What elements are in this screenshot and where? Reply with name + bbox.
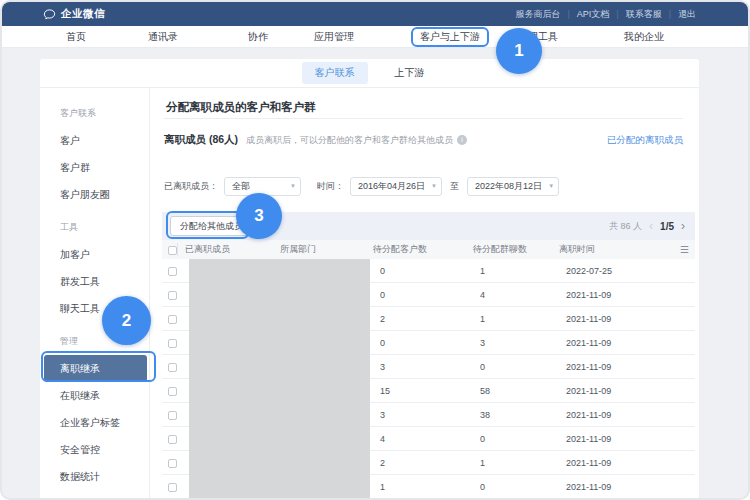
sidebar-item-customer-moments[interactable]: 客户朋友圈	[40, 181, 149, 208]
groups-count-cell: 0	[480, 362, 566, 372]
table-body: 0 1 2022-07-25 0 4 2021-11-09	[162, 259, 695, 500]
assigned-members-link[interactable]: 已分配的离职成员	[607, 134, 683, 147]
sidebar-item-resigned-inheritance[interactable]: 离职继承	[44, 355, 147, 382]
groups-count-cell: 3	[480, 338, 566, 348]
column-settings-icon[interactable]: ☰	[680, 244, 689, 255]
chevron-down-icon: ▼	[548, 178, 554, 195]
clients-count-cell: 0	[380, 266, 480, 276]
sidebar: 客户联系 客户 客户群 客户朋友圈 工具 加客户 群发工具 聊天工具 管理 离职…	[40, 88, 150, 500]
top-link-api-docs[interactable]: API文档	[577, 8, 610, 21]
chevron-down-icon: ▼	[431, 178, 437, 195]
clients-count-cell: 0	[380, 338, 480, 348]
sidebar-section-management: 管理	[40, 328, 149, 355]
date-from-select[interactable]: 2016年04月26日 ▼	[350, 177, 442, 196]
resign-date-cell: 2021-11-09	[566, 482, 671, 492]
clients-count-cell: 2	[380, 458, 480, 468]
groups-count-cell: 58	[480, 386, 566, 396]
select-all-checkbox[interactable]	[168, 246, 177, 255]
clients-count-cell: 15	[380, 386, 480, 396]
nav-item-contacts[interactable]: 通讯录	[148, 26, 178, 48]
sidebar-item-customer-groups[interactable]: 客户群	[40, 154, 149, 181]
sidebar-section-customer-contact: 客户联系	[40, 100, 149, 127]
member-filter-label: 已离职成员：	[164, 180, 218, 193]
top-link-contact-support[interactable]: 联系客服	[626, 8, 662, 21]
sidebar-item-add-customer[interactable]: 加客户	[40, 241, 149, 268]
date-range-to-label: 至	[450, 180, 459, 193]
redacted-names-block	[189, 259, 370, 499]
clients-count-cell: 1	[380, 482, 480, 492]
row-checkbox[interactable]	[168, 387, 177, 396]
resign-date-cell: 2022-07-25	[566, 266, 671, 276]
col-header-resign-date[interactable]: 离职时间	[559, 243, 671, 256]
row-checkbox[interactable]	[168, 459, 177, 468]
groups-count-cell: 1	[480, 458, 566, 468]
sidebar-item-customer-tags[interactable]: 企业客户标签	[40, 409, 149, 436]
logo-text: 企业微信	[61, 7, 105, 21]
info-icon: i	[457, 135, 467, 145]
top-bar: 企业微信 服务商后台 | API文档 | 联系客服 | 退出	[2, 2, 748, 26]
summary-row: 离职成员 (86人) 成员离职后，可以分配他的客户和客户群给其他成员 i 已分配…	[164, 132, 683, 148]
main-panel: 分配离职成员的客户和客户群 离职成员 (86人) 成员离职后，可以分配他的客户和…	[150, 88, 699, 500]
tab-row: 客户联系 上下游	[40, 59, 699, 88]
time-filter-label: 时间：	[317, 180, 344, 193]
top-link-logout[interactable]: 退出	[678, 8, 696, 21]
resign-date-cell: 2021-11-09	[566, 458, 671, 468]
col-header-clients-to-assign[interactable]: 待分配客户数	[373, 243, 473, 256]
row-checkbox[interactable]	[168, 363, 177, 372]
total-count: 共 86 人	[609, 220, 642, 233]
nav-item-management-tools[interactable]: 管理工具	[518, 26, 558, 48]
resign-date-cell: 2021-11-09	[566, 338, 671, 348]
sidebar-item-customers[interactable]: 客户	[40, 127, 149, 154]
page-indicator: 1/5	[660, 221, 674, 232]
col-header-resigned-member[interactable]: 已离职成员	[177, 243, 280, 256]
nav-item-app-management[interactable]: 应用管理	[314, 26, 354, 48]
assign-to-others-button[interactable]: 分配给其他成员	[170, 216, 253, 236]
sidebar-item-chat-tool[interactable]: 聊天工具	[40, 295, 149, 322]
col-header-department[interactable]: 所属部门	[280, 243, 373, 256]
wecom-logo[interactable]: 企业微信	[43, 7, 105, 21]
date-from-value: 2016年04月26日	[358, 181, 425, 191]
pagination: 共 86 人 ‹ 1/5 ›	[609, 220, 685, 233]
prev-page-icon[interactable]: ‹	[649, 220, 653, 232]
wecom-chat-bubble-icon	[43, 8, 56, 21]
groups-count-cell: 38	[480, 410, 566, 420]
sidebar-item-active-inheritance[interactable]: 在职继承	[40, 382, 149, 409]
row-checkbox[interactable]	[168, 267, 177, 276]
groups-count-cell: 0	[480, 482, 566, 492]
tab-updownstream[interactable]: 上下游	[382, 62, 438, 84]
date-to-select[interactable]: 2022年08月12日 ▼	[467, 177, 559, 196]
nav-item-customers-updownstream[interactable]: 客户与上下游	[420, 26, 480, 48]
separator: |	[616, 9, 618, 19]
wecom-admin-window: 企业微信 服务商后台 | API文档 | 联系客服 | 退出 首页 通讯录 协作…	[0, 0, 750, 500]
nav-item-my-company[interactable]: 我的企业	[624, 26, 664, 48]
sidebar-item-data-statistics[interactable]: 数据统计	[40, 463, 149, 490]
date-to-value: 2022年08月12日	[475, 181, 542, 191]
clients-count-cell: 3	[380, 362, 480, 372]
row-checkbox[interactable]	[168, 315, 177, 324]
member-filter-select[interactable]: 全部 ▼	[224, 177, 301, 196]
nav-item-collaboration[interactable]: 协作	[248, 26, 268, 48]
main-nav: 首页 通讯录 协作 应用管理 客户与上下游 管理工具 我的企业	[2, 26, 748, 48]
clients-count-cell: 3	[380, 410, 480, 420]
separator: |	[567, 9, 569, 19]
groups-count-cell: 4	[480, 290, 566, 300]
groups-count-cell: 0	[480, 434, 566, 444]
nav-item-home[interactable]: 首页	[66, 26, 86, 48]
table-toolbar: 分配给其他成员 共 86 人 ‹ 1/5 ›	[162, 212, 695, 240]
sidebar-item-bulk-message-tool[interactable]: 群发工具	[40, 268, 149, 295]
clients-count-cell: 0	[380, 290, 480, 300]
row-checkbox[interactable]	[168, 339, 177, 348]
next-page-icon[interactable]: ›	[681, 220, 685, 232]
chevron-down-icon: ▼	[290, 178, 296, 195]
resign-date-cell: 2021-11-09	[566, 386, 671, 396]
row-checkbox[interactable]	[168, 483, 177, 492]
tab-customer-contact[interactable]: 客户联系	[302, 62, 368, 84]
top-link-provider-console[interactable]: 服务商后台	[515, 8, 560, 21]
col-header-groups-to-assign[interactable]: 待分配群聊数	[473, 243, 559, 256]
row-checkbox[interactable]	[168, 291, 177, 300]
sidebar-section-configuration: 配置	[40, 496, 149, 500]
member-filter-value: 全部	[232, 181, 250, 191]
sidebar-item-security-control[interactable]: 安全管控	[40, 436, 149, 463]
row-checkbox[interactable]	[168, 411, 177, 420]
row-checkbox[interactable]	[168, 435, 177, 444]
